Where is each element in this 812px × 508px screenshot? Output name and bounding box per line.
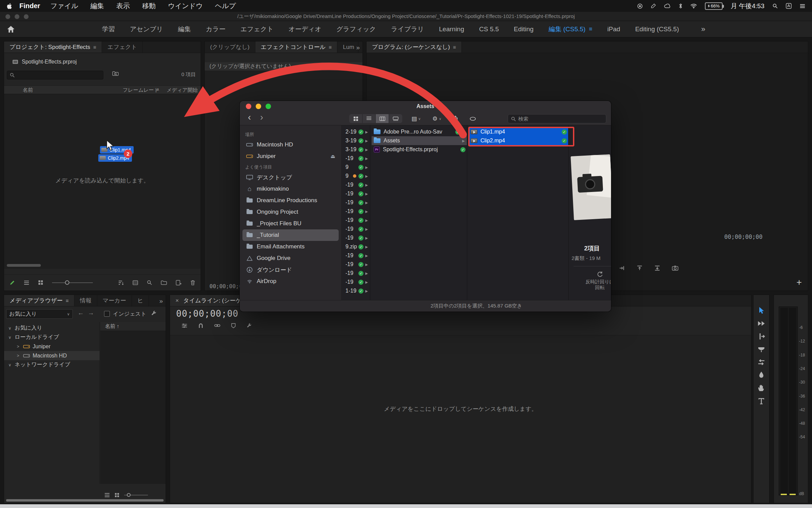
file-row[interactable]: -19✓▶ bbox=[343, 180, 370, 189]
workspace-tab-editing[interactable]: Editing bbox=[514, 25, 534, 34]
expand-chevron-icon[interactable]: ▶ bbox=[322, 64, 325, 69]
close-button[interactable] bbox=[246, 104, 251, 109]
zoom-button[interactable] bbox=[266, 104, 271, 109]
chevron-expanded-icon[interactable]: ∨ bbox=[7, 363, 12, 367]
back-arrow-icon[interactable]: ← bbox=[78, 309, 84, 317]
back-button[interactable]: ‹ bbox=[248, 112, 251, 123]
hand-tool[interactable] bbox=[756, 383, 766, 392]
column-name[interactable]: 名前 bbox=[23, 87, 33, 93]
home-icon[interactable] bbox=[0, 21, 22, 37]
tab-lumetri[interactable]: Lum bbox=[337, 41, 358, 53]
sidebar-item-item[interactable]: ダウンロード bbox=[242, 264, 339, 276]
list-view-icon[interactable] bbox=[104, 493, 110, 497]
project-search-input[interactable] bbox=[17, 72, 100, 78]
action-button[interactable]: ⚙∨ bbox=[432, 114, 441, 123]
marker-pen-icon[interactable] bbox=[651, 3, 656, 8]
go-to-out-icon[interactable] bbox=[619, 265, 625, 271]
finder-search-input[interactable] bbox=[518, 116, 603, 122]
sidebar-item-macintosh-hd[interactable]: Macintosh HD bbox=[242, 139, 339, 151]
tab-info[interactable]: 情報 bbox=[74, 295, 97, 306]
file-row[interactable]: -19✓▶ bbox=[343, 216, 370, 225]
tag-button[interactable] bbox=[470, 114, 476, 123]
file-row[interactable]: -19✓▶ bbox=[343, 198, 370, 207]
forward-button[interactable]: › bbox=[260, 112, 263, 123]
file-row[interactable]: -19✓▶ bbox=[343, 233, 370, 242]
finder-title-bar[interactable]: Assets bbox=[240, 101, 611, 112]
file-row[interactable]: 1-19✓▶ bbox=[343, 286, 370, 295]
tree-item-juniper[interactable]: >Juniper bbox=[4, 342, 100, 351]
slip-tool[interactable] bbox=[756, 357, 766, 367]
tab-project[interactable]: プロジェクト: Spotlight-Effects ≡ bbox=[4, 41, 102, 53]
panel-overflow-chevron[interactable]: » bbox=[356, 44, 360, 51]
panel-menu-icon[interactable]: ≡ bbox=[93, 44, 96, 50]
icon-view-icon[interactable] bbox=[38, 280, 43, 285]
sidebar-item-item[interactable]: デスクトップ bbox=[242, 172, 339, 183]
apple-menu-icon[interactable] bbox=[7, 3, 12, 9]
workspace-tab-item[interactable]: ライブラリ bbox=[391, 25, 424, 34]
file-row-clip1-mp4[interactable]: Clip1.mp4✓ bbox=[469, 127, 568, 136]
file-row[interactable]: -19✓▶ bbox=[343, 260, 370, 269]
list-view-icon[interactable] bbox=[24, 280, 29, 285]
file-row[interactable]: 2-19✓▶ bbox=[343, 127, 370, 136]
tab-program[interactable]: プログラム: (シーケンスなし) ≡ bbox=[367, 41, 462, 53]
file-row[interactable]: -19✓▶ bbox=[343, 251, 370, 260]
pen-tool[interactable] bbox=[756, 370, 766, 380]
screen-record-icon[interactable] bbox=[637, 3, 643, 9]
workspace-tab-cs-5-5[interactable]: CS 5.5 bbox=[479, 25, 499, 34]
ingest-checkbox[interactable] bbox=[104, 311, 110, 317]
gallery-view-button[interactable] bbox=[389, 114, 402, 123]
scrollbar-thumb[interactable] bbox=[7, 264, 41, 267]
menubar-menu-4[interactable]: 移動 bbox=[142, 1, 156, 11]
ripple-edit-tool[interactable] bbox=[756, 332, 766, 341]
favorites-dropdown[interactable]: お気に入り ∨ bbox=[6, 309, 73, 319]
minimize-button[interactable] bbox=[256, 104, 261, 109]
finder-search-field[interactable] bbox=[508, 114, 606, 123]
workspace-tab-ipad[interactable]: iPad bbox=[607, 25, 620, 34]
menubar-menu-6[interactable]: ヘルプ bbox=[215, 1, 236, 11]
icon-view-button[interactable] bbox=[349, 114, 362, 123]
workspace-tab-cs5-5[interactable]: 編集 (CS5.5)≡ bbox=[548, 25, 592, 34]
project-search-field[interactable] bbox=[7, 71, 103, 80]
workspace-tab-editing-cs5-5[interactable]: Editing (CS5.5) bbox=[635, 25, 679, 34]
wifi-icon[interactable] bbox=[691, 3, 697, 8]
project-column-headers[interactable]: 名前 フレームレート ∧ メディア開始 bbox=[4, 85, 201, 94]
new-bin-icon[interactable] bbox=[161, 280, 167, 285]
list-header-name[interactable]: 名前 ↑ bbox=[100, 322, 166, 331]
tab-history[interactable]: ヒ bbox=[132, 295, 149, 306]
menu-list-icon[interactable] bbox=[800, 4, 805, 8]
delete-icon[interactable] bbox=[190, 280, 195, 285]
close-icon[interactable]: × bbox=[175, 297, 179, 304]
chevron-expanded-icon[interactable]: ∨ bbox=[7, 326, 12, 331]
menubar-clock[interactable]: 月 午後4:53 bbox=[731, 2, 764, 11]
wrench-icon[interactable] bbox=[247, 323, 252, 328]
file-row[interactable]: 3-19✓▶ bbox=[343, 145, 370, 154]
thumbnail-view-icon[interactable] bbox=[115, 493, 119, 497]
selection-tool[interactable] bbox=[756, 306, 766, 315]
tree-item-macintosh-hd[interactable]: >Macintosh HD bbox=[4, 351, 100, 360]
zoom-slider[interactable] bbox=[124, 495, 148, 495]
menubar-app-name[interactable]: Finder bbox=[19, 2, 40, 10]
column-media-start[interactable]: メディア開始 bbox=[167, 87, 200, 93]
export-frame-icon[interactable] bbox=[672, 265, 678, 271]
workspace-tab-item[interactable]: グラフィック bbox=[336, 25, 376, 34]
sidebar-item-mikiomakino[interactable]: ⌂mikiomakino bbox=[242, 183, 339, 195]
file-row[interactable]: 9.zip✓▶ bbox=[343, 242, 370, 251]
snap-icon[interactable] bbox=[198, 323, 203, 328]
workspace-overflow-chevron[interactable]: » bbox=[701, 25, 705, 34]
tab-effect-controls[interactable]: エフェクトコントロール ≡ bbox=[255, 41, 338, 53]
bluetooth-icon[interactable] bbox=[679, 3, 682, 9]
file-row[interactable]: 3-19✓▶ bbox=[343, 136, 370, 145]
eject-icon[interactable]: ⏏ bbox=[331, 153, 335, 159]
timeline-track-area[interactable]: メディアをここにドロップしてシーケンスを作成します。 bbox=[170, 335, 751, 503]
sidebar-item-project-files-bu[interactable]: _Project Files BU bbox=[242, 218, 339, 229]
zoom-button[interactable] bbox=[24, 14, 29, 19]
automate-icon[interactable] bbox=[133, 280, 138, 285]
quick-action-rotate[interactable]: 反時計回りに回転 bbox=[585, 271, 611, 291]
add-marker-icon[interactable] bbox=[231, 323, 236, 328]
sidebar-item-google-drive[interactable]: Google Drive bbox=[242, 252, 339, 264]
file-row[interactable]: -19✓▶ bbox=[343, 278, 370, 286]
sidebar-item-tutorial[interactable]: _Tutorial bbox=[242, 229, 339, 241]
workspace-tab-item[interactable]: オーディオ bbox=[288, 25, 321, 34]
workspace-tab-learning[interactable]: Learning bbox=[439, 25, 464, 34]
sidebar-item-email-attachments[interactable]: Email Attachments bbox=[242, 241, 339, 252]
